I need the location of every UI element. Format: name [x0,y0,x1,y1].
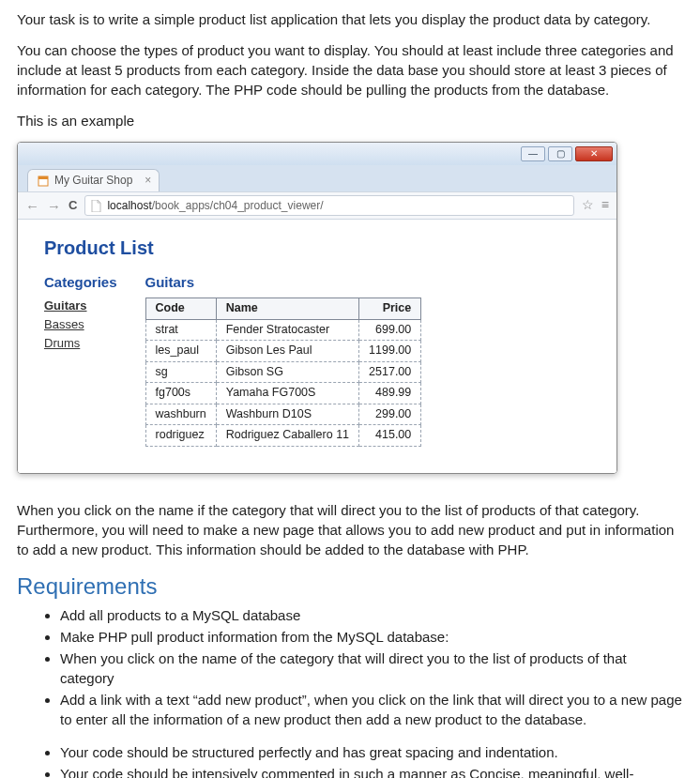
table-row: stratFender Stratocaster699.00 [145,319,421,341]
cell-name: Fender Stratocaster [216,319,358,341]
table-row: sgGibson SG2517.00 [145,361,421,383]
menu-icon[interactable]: ≡ [601,196,609,215]
cell-code: strat [145,319,216,341]
categories-panel: Categories GuitarsBassesDrums [44,272,117,447]
address-bar: ← → C localhost/book_apps/ch04_product_v… [18,191,616,220]
col-code: Code [145,298,216,320]
cell-code: sg [145,361,216,383]
category-link[interactable]: Basses [44,316,117,333]
requirement-item: When you click on the name of the catego… [60,648,683,688]
categories-heading: Categories [44,272,117,292]
minimize-button[interactable]: — [521,146,545,161]
cell-price: 2517.00 [359,361,421,383]
url-path: /book_apps/ch04_product_viewer/ [152,199,324,212]
cell-price: 299.00 [359,404,421,425]
browser-tab[interactable]: My Guitar Shop × [27,169,160,191]
page-title: Product List [44,235,590,261]
table-row: fg700sYamaha FG700S489.99 [145,383,421,404]
cell-price: 489.99 [359,383,421,404]
tab-strip: My Guitar Shop × [18,165,616,191]
url-host: localhost [107,199,151,212]
col-name: Name [216,298,358,320]
tab-title: My Guitar Shop [54,173,132,189]
table-row: washburnWashburn D10S299.00 [145,404,421,425]
table-row: les_paulGibson Les Paul1199.00 [145,341,421,362]
cell-price: 1199.00 [359,341,421,362]
cell-name: Gibson Les Paul [216,341,358,362]
cell-name: Rodriguez Caballero 11 [216,425,358,447]
products-panel: Guitars Code Name Price stratFender Stra… [145,272,422,447]
svg-rect-1 [38,176,48,179]
reload-button[interactable]: C [68,197,77,214]
cell-price: 699.00 [359,319,421,341]
post-p1: When you click on the name if the catego… [17,500,683,559]
bookmark-star-icon[interactable]: ☆ [582,196,594,215]
page-body: Product List Categories GuitarsBassesDru… [18,220,616,473]
page-icon [38,175,49,187]
intro-p3: This is an example [17,111,683,130]
products-table: Code Name Price stratFender Stratocaster… [145,297,422,447]
url-field[interactable]: localhost/book_apps/ch04_product_viewer/ [84,195,573,216]
cell-price: 415.00 [359,425,421,447]
browser-window: — ▢ ✕ My Guitar Shop × ← → C localhost/b… [17,142,617,474]
col-price: Price [359,298,421,320]
back-button[interactable]: ← [25,196,39,216]
intro-p1: Your task is to write a simple product l… [17,9,683,29]
cell-code: rodriguez [145,425,216,447]
requirement-item: Make PHP pull product information from t… [60,627,683,647]
requirement-item: Add all products to a MySQL database [60,605,683,625]
forward-button[interactable]: → [47,196,61,216]
requirements-heading: Requirements [17,571,683,603]
intro-p2: You can choose the types of product you … [17,40,683,99]
cell-name: Gibson SG [216,361,358,383]
tab-close-icon[interactable]: × [145,173,151,189]
close-button[interactable]: ✕ [575,146,613,161]
requirement-item: Your code should be structured perfectly… [60,742,683,762]
table-row: rodriguezRodriguez Caballero 11415.00 [145,425,421,447]
window-titlebar: — ▢ ✕ [18,143,616,165]
category-link[interactable]: Guitars [44,297,117,314]
requirement-item: Your code should be intensively commente… [60,764,683,778]
products-heading: Guitars [145,272,422,292]
cell-name: Yamaha FG700S [216,383,358,404]
category-link[interactable]: Drums [44,335,117,352]
cell-code: fg700s [145,383,216,404]
file-icon [91,200,101,212]
cell-name: Washburn D10S [216,404,358,425]
cell-code: washburn [145,404,216,425]
cell-code: les_paul [145,341,216,362]
maximize-button[interactable]: ▢ [548,146,572,161]
requirement-item: Add a link with a text “add new product”… [60,690,683,729]
